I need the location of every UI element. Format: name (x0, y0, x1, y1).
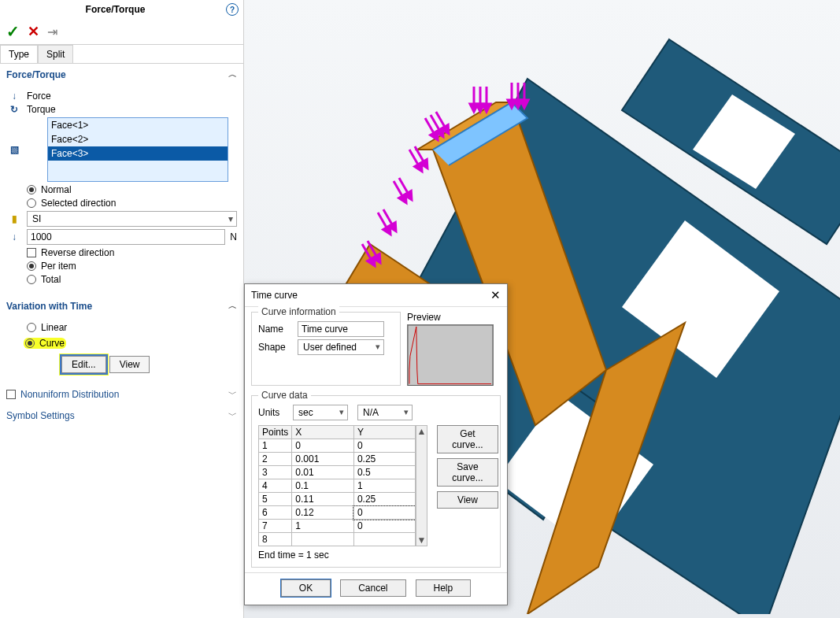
variation-curve-label: Curve (39, 338, 65, 349)
scroll-up-icon[interactable]: ▲ (417, 426, 427, 437)
direction-normal-label: Normal (41, 184, 72, 195)
help-icon[interactable]: ? (226, 3, 239, 16)
face-item[interactable]: Face<2> (48, 132, 228, 146)
cancel-icon[interactable]: ✕ (28, 23, 39, 40)
get-curve-button[interactable]: Get curve... (437, 425, 498, 453)
section-forcetorque-title: Force/Torque (6, 69, 66, 80)
section-nonuniform-header[interactable]: Nonuniform Distribution ﹀ (0, 383, 243, 405)
curve-data-table[interactable]: Points X Y 100 20.0010.25 30.010.5 40.11… (258, 425, 416, 546)
face-selection-list[interactable]: Face<1> Face<2> Face<3> (47, 117, 228, 182)
checkbox-off-icon (27, 248, 36, 257)
chevron-up-icon: ︿ (228, 68, 237, 80)
section-forcetorque-header[interactable]: Force/Torque ︿ (0, 64, 243, 85)
section-variation-body: Linear Curve Edit... View (0, 316, 243, 383)
col-x: X (292, 426, 354, 439)
section-variation-header[interactable]: Variation with Time ︿ (0, 295, 243, 316)
units-x-select[interactable]: sec (293, 405, 348, 420)
table-row: 20.0010.25 (259, 453, 416, 466)
edit-button[interactable]: Edit... (61, 356, 106, 373)
panel-title: Force/Torque (5, 4, 226, 15)
tab-type[interactable]: Type (0, 45, 38, 63)
radio-off-icon (27, 198, 36, 208)
curve-side-buttons: Get curve... Save curve... View (437, 425, 498, 546)
total-label: Total (41, 274, 61, 285)
variation-curve-radio[interactable]: Curve (24, 338, 66, 349)
unit-system-select[interactable]: SI (27, 211, 237, 227)
section-nonuniform-title: Nonuniform Distribution (20, 389, 119, 400)
shape-label: Shape (258, 342, 293, 353)
radio-on-icon (25, 339, 35, 348)
table-row: 8 (259, 533, 416, 546)
section-symbol-title: Symbol Settings (6, 410, 75, 421)
table-row: 30.010.5 (259, 466, 416, 479)
ok-button[interactable]: OK (281, 579, 331, 597)
chevron-down-icon: ﹀ (228, 388, 237, 400)
property-panel: Force/Torque ? ✓ ✕ ⇥ Type Split Force/To… (0, 0, 244, 618)
view-button[interactable]: View (109, 356, 150, 373)
radio-off-icon (27, 275, 36, 284)
curve-data-group: Curve data Units sec N/A Points X Y 100 … (251, 395, 501, 568)
units-label: Units (258, 407, 288, 418)
torque-icon: ↻ (6, 104, 22, 115)
tab-row: Type Split (0, 45, 243, 64)
section-forcetorque-body: ↓ Force ↻ Torque ▧ Face<1> Face<2> Face<… (0, 85, 243, 295)
section-symbol-header[interactable]: Symbol Settings ﹀ (0, 405, 243, 426)
reverse-direction-checkbox[interactable]: Reverse direction (27, 247, 237, 258)
close-icon[interactable]: ✕ (490, 288, 501, 302)
preview-label: Preview (407, 312, 494, 323)
torque-label[interactable]: Torque (27, 104, 56, 115)
units-y-select[interactable]: N/A (357, 405, 413, 420)
time-curve-dialog: Time curve ✕ Curve information Name Shap… (244, 283, 508, 605)
table-row: 710 (259, 520, 416, 533)
scroll-down-icon[interactable]: ▼ (417, 535, 427, 546)
direction-radio-selected[interactable]: Selected direction (27, 198, 237, 209)
face-item-selected[interactable]: Face<3> (48, 146, 228, 161)
curve-data-legend: Curve data (258, 390, 311, 401)
tab-split[interactable]: Split (38, 45, 73, 63)
dialog-titlebar[interactable]: Time curve ✕ (245, 284, 507, 307)
pin-icon[interactable]: ⇥ (47, 24, 57, 39)
face-item[interactable]: Face<1> (48, 118, 228, 132)
per-item-label: Per item (41, 261, 76, 272)
table-row: 60.120 (259, 506, 416, 520)
total-radio[interactable]: Total (27, 274, 237, 285)
chevron-up-icon: ︿ (228, 300, 237, 312)
direction-radio-normal[interactable]: Normal (27, 184, 237, 195)
preview-area: Preview (407, 312, 494, 386)
end-time-label: End time = 1 sec (258, 550, 494, 561)
table-scrollbar[interactable]: ▲▼ (416, 425, 427, 546)
help-button[interactable]: Help (416, 579, 472, 597)
force-value-icon: ↓ (6, 231, 22, 242)
panel-header: Force/Torque ? (0, 0, 243, 19)
radio-on-icon (27, 261, 36, 271)
col-y: Y (353, 426, 415, 439)
name-label: Name (258, 324, 293, 335)
accept-icon[interactable]: ✓ (6, 22, 20, 41)
units-icon: ▮ (6, 213, 22, 224)
save-curve-button[interactable]: Save curve... (437, 458, 498, 487)
force-unit-label: N (230, 231, 237, 242)
cancel-button[interactable]: Cancel (340, 579, 405, 597)
svg-rect-44 (408, 325, 493, 386)
curve-info-legend: Curve information (258, 306, 339, 317)
per-item-radio[interactable]: Per item (27, 261, 237, 272)
dialog-button-row: OK Cancel Help (245, 572, 507, 605)
selection-icon: ▧ (6, 144, 22, 155)
radio-on-icon (27, 185, 36, 194)
shape-select[interactable]: User defined (298, 339, 384, 355)
table-row: 40.11 (259, 479, 416, 493)
col-points: Points (259, 426, 292, 439)
force-label[interactable]: Force (27, 91, 51, 102)
curve-name-input[interactable] (298, 321, 384, 337)
reverse-direction-label: Reverse direction (41, 247, 114, 258)
force-value-input[interactable]: 1000 (27, 229, 225, 245)
checkbox-off-icon (6, 390, 16, 399)
dialog-title: Time curve (251, 290, 298, 301)
table-row: 50.110.25 (259, 493, 416, 506)
variation-linear-label: Linear (41, 322, 67, 333)
chevron-down-icon: ﹀ (228, 409, 237, 421)
variation-linear-radio[interactable]: Linear (27, 322, 237, 333)
radio-off-icon (27, 323, 36, 332)
curve-info-group: Curve information Name Shape User define… (251, 312, 401, 386)
view-curve-button[interactable]: View (437, 491, 498, 509)
